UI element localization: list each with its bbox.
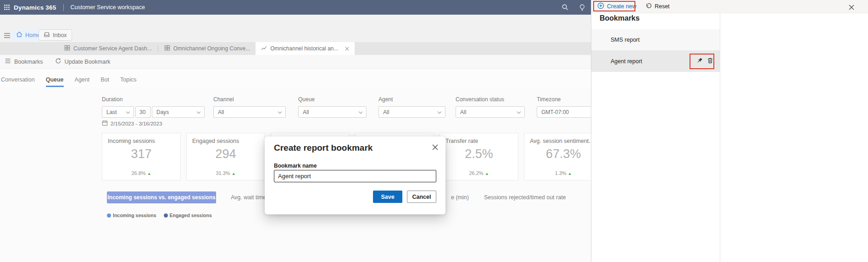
panel-divider — [720, 13, 720, 262]
close-icon[interactable] — [849, 4, 854, 12]
bookmark-item-label: SMS report — [611, 37, 640, 43]
modal-backdrop — [0, 0, 591, 262]
annotation-highlight-create-new — [593, 1, 635, 11]
reset-button[interactable]: Reset — [645, 3, 670, 11]
bookmark-name-input[interactable] — [274, 170, 436, 182]
save-button[interactable]: Save — [373, 191, 402, 203]
reset-label: Reset — [655, 3, 670, 10]
annotation-highlight-pin-delete — [690, 54, 714, 69]
bookmark-name-label: Bookmark name — [274, 163, 317, 169]
close-icon[interactable] — [432, 144, 438, 152]
main-content: Dynamics 365 Customer Service workspace … — [0, 0, 591, 262]
screen: Dynamics 365 Customer Service workspace … — [0, 0, 868, 262]
cancel-button[interactable]: Cancel — [407, 191, 436, 203]
bookmark-item-label: Agent report — [611, 58, 642, 65]
bookmark-item-sms-report[interactable]: SMS report — [591, 29, 720, 50]
undo-icon — [645, 3, 652, 11]
dialog-title: Create report bookmark — [274, 143, 373, 153]
panel-title: Bookmarks — [600, 14, 640, 22]
create-bookmark-dialog: Create report bookmark Bookmark name Sav… — [265, 136, 445, 214]
bookmarks-panel: Create new Reset Bookmarks SMS report Ag… — [591, 0, 868, 262]
